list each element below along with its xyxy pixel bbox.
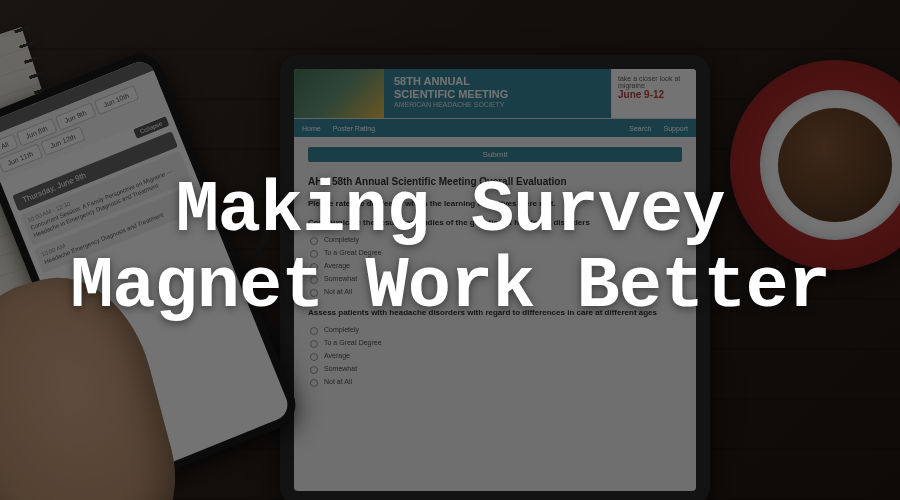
headline-line-2: Magnet Work Better xyxy=(70,250,830,326)
headline-line-1: Making Survey xyxy=(70,174,830,250)
headline-overlay: Making Survey Magnet Work Better xyxy=(0,0,900,500)
